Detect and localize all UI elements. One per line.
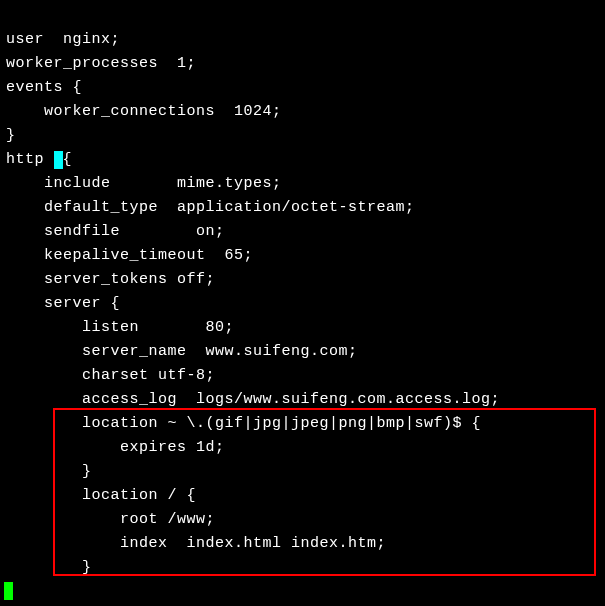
code-line: } [6, 463, 92, 480]
code-line: listen 80; [6, 319, 234, 336]
code-line-post: { [63, 151, 73, 168]
prompt-cursor-icon [4, 582, 13, 600]
code-line: location / { [6, 487, 196, 504]
code-line: include mime.types; [6, 175, 282, 192]
code-line: server_name www.suifeng.com; [6, 343, 358, 360]
code-line: charset utf-8; [6, 367, 215, 384]
config-code: user nginx; worker_processes 1; events {… [6, 28, 599, 580]
code-line-pre: http [6, 151, 54, 168]
code-line: sendfile on; [6, 223, 225, 240]
code-line: expires 1d; [6, 439, 225, 456]
code-line: events { [6, 79, 82, 96]
code-line: location ~ \.(gif|jpg|jpeg|png|bmp|swf)$… [6, 415, 481, 432]
code-line: server { [6, 295, 120, 312]
code-line: root /www; [6, 511, 215, 528]
code-line: index index.html index.htm; [6, 535, 386, 552]
code-line: worker_connections 1024; [6, 103, 282, 120]
code-line: } [6, 559, 92, 576]
code-line: default_type application/octet-stream; [6, 199, 415, 216]
code-line: } [6, 127, 16, 144]
code-line: user nginx; [6, 31, 120, 48]
code-line: keepalive_timeout 65; [6, 247, 253, 264]
cursor-icon [54, 151, 63, 169]
terminal-window: user nginx; worker_processes 1; events {… [0, 0, 605, 606]
code-line: access_log logs/www.suifeng.com.access.l… [6, 391, 500, 408]
code-line: worker_processes 1; [6, 55, 196, 72]
code-line: server_tokens off; [6, 271, 215, 288]
